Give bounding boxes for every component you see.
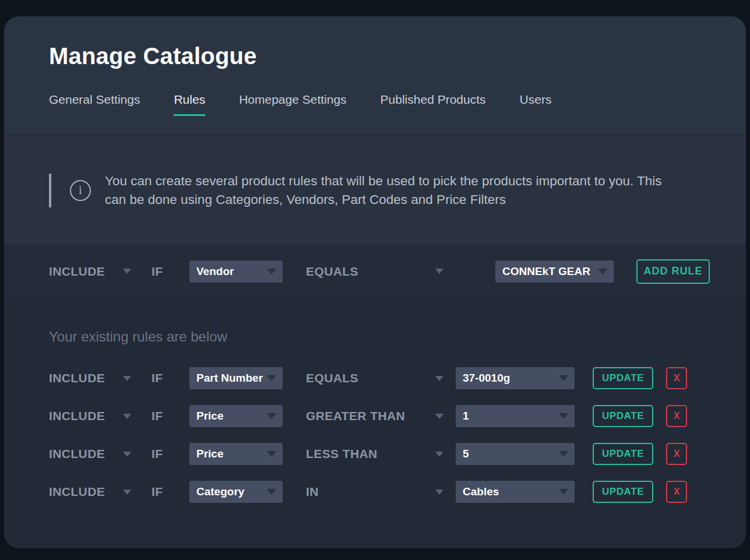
rule-value: 37-0010g [463, 372, 510, 385]
new-rule-action-label: INCLUDE [49, 265, 105, 279]
update-rule-button[interactable]: UPDATE [593, 405, 653, 427]
rule-operator-dropdown[interactable]: LESS THAN [306, 447, 443, 461]
tab-homepage-settings[interactable]: Homepage Settings [239, 93, 346, 116]
chevron-down-icon [123, 414, 131, 419]
rule-action-dropdown[interactable]: INCLUDE [49, 409, 131, 423]
existing-rules-heading: Your existing rules are below [49, 329, 746, 345]
rule-value-dropdown[interactable]: 1 [456, 405, 575, 427]
update-rule-button[interactable]: UPDATE [593, 367, 653, 389]
rule-field-dropdown[interactable]: Price [189, 443, 283, 465]
rule-if-label: IF [152, 409, 169, 423]
rule-operator-label: EQUALS [306, 371, 358, 385]
delete-rule-button[interactable]: X [666, 481, 687, 503]
rule-value: 5 [463, 448, 469, 460]
new-rule-if-label: IF [152, 265, 169, 279]
info-divider-bar [49, 174, 51, 207]
chevron-down-icon [435, 376, 443, 381]
delete-rule-button[interactable]: X [666, 405, 687, 427]
rule-row: INCLUDE IF Price LESS THAN 5 UPDATE X [49, 443, 746, 465]
tab-published-products[interactable]: Published Products [381, 93, 486, 116]
update-rule-button[interactable]: UPDATE [593, 481, 653, 503]
tab-general-settings[interactable]: General Settings [49, 93, 140, 116]
rule-field-value: Part Number [196, 372, 263, 385]
info-band: i You can create several product rules t… [4, 136, 746, 245]
chevron-down-icon [267, 375, 276, 381]
update-rule-button[interactable]: UPDATE [593, 443, 653, 465]
rule-row: INCLUDE IF Category IN Cables UPDATE X [49, 481, 746, 503]
rule-action-label: INCLUDE [49, 447, 105, 461]
rule-operator-label: LESS THAN [306, 447, 378, 461]
chevron-down-icon [267, 489, 276, 495]
chevron-down-icon [123, 269, 131, 274]
tab-bar: General Settings Rules Homepage Settings… [49, 93, 746, 116]
manage-catalogue-panel: Manage Catalogue General Settings Rules … [4, 16, 746, 548]
new-rule-value: CONNEkT GEAR [502, 265, 590, 278]
chevron-down-icon [598, 269, 607, 274]
chevron-down-icon [435, 414, 443, 419]
rule-value: 1 [463, 410, 469, 422]
chevron-down-icon [123, 489, 131, 495]
chevron-down-icon [267, 413, 276, 419]
new-rule-operator-dropdown[interactable]: EQUALS [306, 265, 443, 279]
chevron-down-icon [435, 269, 443, 274]
rule-field-dropdown[interactable]: Price [189, 405, 283, 427]
rule-operator-label: GREATER THAN [306, 409, 405, 423]
rule-action-dropdown[interactable]: INCLUDE [49, 485, 131, 499]
info-text: You can create several product rules tha… [105, 172, 679, 208]
chevron-down-icon [559, 375, 568, 381]
tab-rules[interactable]: Rules [174, 93, 205, 116]
rule-if-label: IF [152, 485, 169, 499]
chevron-down-icon [267, 269, 276, 274]
header: Manage Catalogue General Settings Rules … [4, 16, 746, 136]
new-rule-action-dropdown[interactable]: INCLUDE [49, 265, 131, 279]
info-icon: i [70, 180, 91, 201]
rule-if-label: IF [152, 447, 169, 461]
chevron-down-icon [559, 451, 568, 457]
add-rule-button[interactable]: ADD RULE [636, 259, 710, 284]
rule-value: Cables [463, 485, 499, 498]
existing-rules-section: Your existing rules are below INCLUDE IF… [4, 298, 746, 548]
rule-value-dropdown[interactable]: 37-0010g [456, 367, 575, 389]
rule-action-label: INCLUDE [49, 371, 105, 385]
rule-action-label: INCLUDE [49, 409, 105, 423]
chevron-down-icon [559, 489, 568, 495]
tab-users[interactable]: Users [520, 93, 552, 116]
rule-if-label: IF [152, 371, 169, 385]
rule-action-dropdown[interactable]: INCLUDE [49, 447, 131, 461]
rule-operator-dropdown[interactable]: EQUALS [306, 371, 443, 385]
rule-field-value: Category [196, 485, 244, 498]
new-rule-value-dropdown[interactable]: CONNEkT GEAR [495, 260, 614, 283]
chevron-down-icon [435, 452, 443, 457]
rule-operator-label: IN [306, 485, 319, 499]
rule-field-value: Price [196, 448, 223, 460]
rule-field-dropdown[interactable]: Category [189, 481, 283, 503]
rule-value-dropdown[interactable]: Cables [456, 481, 575, 503]
rule-action-dropdown[interactable]: INCLUDE [49, 371, 131, 385]
rule-row: INCLUDE IF Part Number EQUALS 37-0010g U… [49, 367, 746, 389]
new-rule-field-dropdown[interactable]: Vendor [189, 260, 283, 283]
new-rule-field-value: Vendor [196, 265, 234, 278]
chevron-down-icon [267, 451, 276, 457]
rule-operator-dropdown[interactable]: GREATER THAN [306, 409, 443, 423]
new-rule-operator-label: EQUALS [306, 265, 358, 279]
chevron-down-icon [123, 452, 131, 457]
rule-row: INCLUDE IF Price GREATER THAN 1 UPDATE X [49, 405, 746, 427]
rule-action-label: INCLUDE [49, 485, 105, 499]
new-rule-row: INCLUDE IF Vendor EQUALS CONNEkT GEAR AD… [4, 245, 746, 298]
rule-field-dropdown[interactable]: Part Number [189, 367, 283, 389]
rule-field-value: Price [196, 410, 223, 422]
chevron-down-icon [559, 413, 568, 419]
chevron-down-icon [123, 376, 131, 381]
delete-rule-button[interactable]: X [666, 443, 687, 465]
rule-operator-dropdown[interactable]: IN [306, 485, 443, 499]
chevron-down-icon [435, 489, 443, 495]
delete-rule-button[interactable]: X [666, 367, 687, 389]
page-title: Manage Catalogue [49, 43, 746, 69]
rule-value-dropdown[interactable]: 5 [456, 443, 575, 465]
